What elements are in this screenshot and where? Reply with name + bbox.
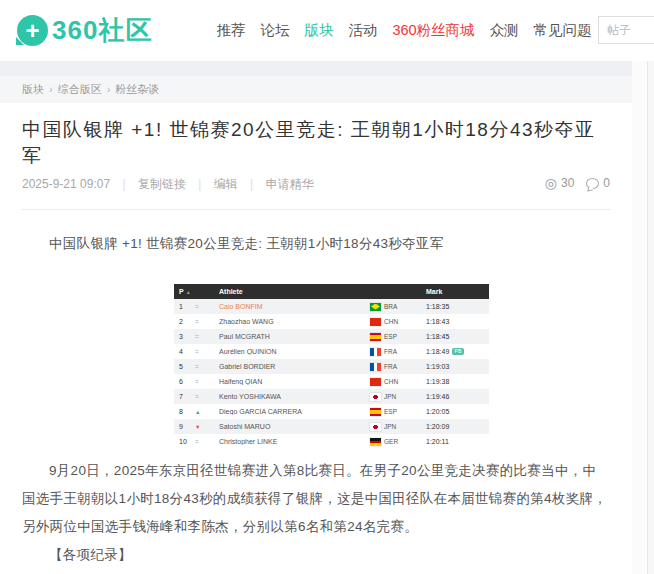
breadcrumb-item-0[interactable]: 版块	[22, 83, 44, 95]
country: ESP	[370, 333, 426, 341]
country: JPN	[370, 423, 426, 431]
results-table-row: 6=Haifeng QIANCHN1:19:38	[174, 374, 489, 389]
athlete-name: Gabriel BORDIER	[219, 363, 370, 370]
mark: 1:18:35	[426, 303, 484, 310]
col-athlete: Athlete	[219, 288, 370, 295]
results-table-row: 10=Christopher LINKEGER1:20:11	[174, 434, 489, 449]
position-change-icon: ▲	[195, 409, 219, 415]
results-table-row: 3=Paul MCGRATHESP1:18:45	[174, 329, 489, 344]
copy-link-action[interactable]: 复制链接	[138, 177, 186, 191]
flag-icon-jpn	[370, 393, 381, 401]
results-table-row: 5=Gabriel BORDIERFRA1:19:03	[174, 359, 489, 374]
comment-icon	[586, 178, 599, 189]
paragraph: 9月20日，2025年东京田径世锦赛进入第8比赛日。在男子20公里竞走决赛的比赛…	[22, 457, 610, 541]
breadcrumb-separator: ›	[107, 83, 111, 95]
country: CHN	[370, 378, 426, 386]
athlete-name: Caio BONFIM	[219, 303, 370, 310]
position-change-icon: =	[195, 303, 219, 310]
comments-stat: 0	[586, 176, 610, 190]
results-table-row: 7=Kento YOSHIKAWAJPN1:19:46	[174, 389, 489, 404]
edit-action[interactable]: 编辑	[214, 177, 238, 191]
position-change-icon: =	[195, 393, 219, 400]
breadcrumb-item-2[interactable]: 粉丝杂谈	[115, 83, 159, 95]
post-image-results-table[interactable]: P▲AthleteMark1=Caio BONFIMBRA1:18:352=Zh…	[174, 284, 489, 449]
sort-icon: ▲	[186, 289, 191, 295]
athlete-name: Zhaozhao WANG	[219, 318, 370, 325]
page-background-band	[0, 61, 654, 76]
flag-icon-bra	[370, 303, 381, 311]
athlete-name: Christopher LINKE	[219, 438, 370, 445]
flag-icon-jpn	[370, 423, 381, 431]
results-table-row: 8▲Diego GARCÍA CARRERAESP1:20:05	[174, 404, 489, 419]
site-logo[interactable]: + 360社区	[17, 13, 152, 48]
col-mark: Mark	[426, 288, 484, 295]
flag-icon-chn	[370, 318, 381, 326]
flag-icon-fra	[370, 348, 381, 356]
place: 4	[179, 348, 195, 355]
nav-item-3[interactable]: 活动	[348, 21, 377, 40]
athlete-name: Diego GARCÍA CARRERA	[219, 408, 370, 415]
place: 2	[179, 318, 195, 325]
thread-card: 版块›综合版区›粉丝杂谈 中国队银牌 +1! 世锦赛20公里竞走: 王朝朝1小时…	[0, 76, 632, 574]
results-table-row: 9▼Satoshi MARUOJPN1:20:09	[174, 419, 489, 434]
place: 6	[179, 378, 195, 385]
results-table-row: 2=Zhaozhao WANGCHN1:18:43	[174, 314, 489, 329]
page: + 360社区 推荐论坛版块活动360粉丝商城众测常见问题 版块›综合版区›粉丝…	[0, 0, 654, 574]
logo-plus-icon: +	[17, 15, 48, 46]
apply-digest-action[interactable]: 申请精华	[266, 177, 314, 191]
athlete-name: Aurélien QUINION	[219, 348, 370, 355]
position-change-icon: =	[195, 378, 219, 385]
post-title: 中国队银牌 +1! 世锦赛20公里竞走: 王朝朝1小时18分43秒夺亚军	[22, 117, 610, 169]
title-block: 中国队银牌 +1! 世锦赛20公里竞走: 王朝朝1小时18分43秒夺亚军 202…	[0, 103, 632, 210]
mark: 1:18:43	[426, 318, 484, 325]
mark: 1:19:38	[426, 378, 484, 385]
scrollbar[interactable]	[647, 61, 654, 574]
place: 5	[179, 363, 195, 370]
main-nav: 推荐论坛版块活动360粉丝商城众测常见问题	[216, 21, 591, 40]
search-input[interactable]	[598, 16, 654, 44]
pb-badge: PB	[452, 348, 463, 356]
position-change-icon: =	[195, 318, 219, 325]
nav-item-2[interactable]: 版块	[304, 21, 333, 40]
position-change-icon: =	[195, 438, 219, 445]
results-table-row: 1=Caio BONFIMBRA1:18:35	[174, 299, 489, 314]
nav-item-5[interactable]: 众测	[490, 21, 519, 40]
mark: 1:20:05	[426, 408, 484, 415]
post-stats: ◎ 30 0	[545, 176, 610, 190]
views-stat: ◎ 30	[545, 176, 575, 190]
athlete-name: Kento YOSHIKAWA	[219, 393, 370, 400]
position-change-icon: =	[195, 333, 219, 340]
right-gutter	[632, 61, 654, 574]
position-change-icon: =	[195, 363, 219, 370]
flag-icon-ger	[370, 438, 381, 446]
nav-item-6[interactable]: 常见问题	[534, 21, 592, 40]
place: 8	[179, 408, 195, 415]
place: 10	[179, 438, 195, 445]
breadcrumb-separator: ›	[49, 83, 53, 95]
athlete-name: Satoshi MARUO	[219, 423, 370, 430]
place: 3	[179, 333, 195, 340]
breadcrumb-item-1[interactable]: 综合版区	[58, 83, 102, 95]
flag-icon-esp	[370, 333, 381, 341]
views-count: 30	[561, 176, 574, 190]
position-change-icon: ▼	[195, 424, 219, 430]
nav-item-4[interactable]: 360粉丝商城	[392, 21, 474, 40]
country: ESP	[370, 408, 426, 416]
country: GER	[370, 438, 426, 446]
country: FRA	[370, 363, 426, 371]
nav-item-0[interactable]: 推荐	[216, 21, 245, 40]
paragraph: 【各项纪录】	[22, 541, 610, 569]
mark: 1:18:49PB	[426, 348, 484, 356]
country: CHN	[370, 318, 426, 326]
country: BRA	[370, 303, 426, 311]
col-place: P▲	[179, 288, 195, 295]
title-divider	[22, 209, 610, 210]
results-table-header: P▲AthleteMark	[174, 284, 489, 299]
mark: 1:18:45	[426, 333, 484, 340]
mark: 1:20:09	[426, 423, 484, 430]
nav-item-1[interactable]: 论坛	[260, 21, 289, 40]
post-meta: 2025-9-21 09:07 | 复制链接 | 编辑 | 申请精华 ◎ 30 …	[22, 176, 610, 194]
flag-icon-fra	[370, 363, 381, 371]
mark: 1:20:11	[426, 438, 484, 445]
site-header: + 360社区 推荐论坛版块活动360粉丝商城众测常见问题	[0, 0, 654, 61]
